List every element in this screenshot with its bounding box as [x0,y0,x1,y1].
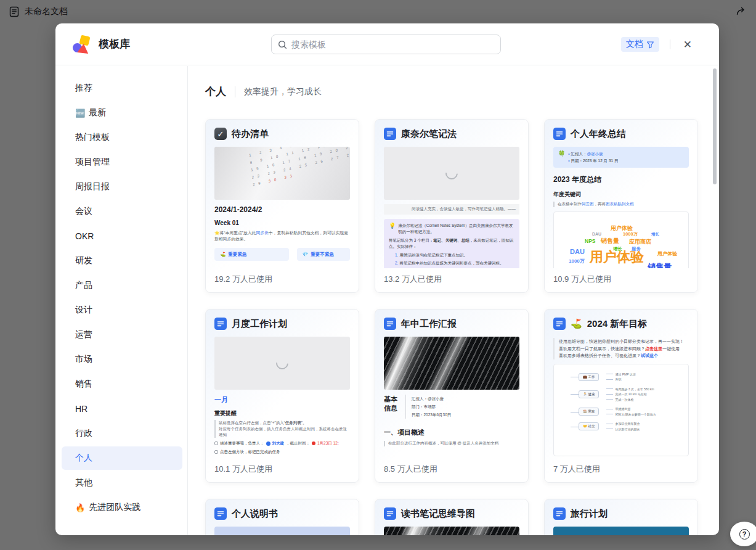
section-title: 个人 [205,84,226,99]
modal-body: 推荐🆕最新热门模板项目管理周报日报会议OKR研发产品设计运营市场销售HR行政个人… [55,66,719,535]
sidebar-item-design[interactable]: 设计 [62,298,182,322]
search-input[interactable] [291,39,494,49]
template-card-todo-list[interactable]: ✓ 待办清单 1 2 3 4 5 6 78 9 10 11 12 13 1415… [205,119,359,293]
template-card-personal-manual[interactable]: 个人说明书 [205,499,359,535]
template-card-year-end-summary[interactable]: 个人年终总结 🍀 •汇报人：@张小唐 •日期：2023 年 12 月 31 日 … [544,119,698,293]
card-preview [384,527,519,535]
card-title: 康奈尔笔记法 [401,128,457,140]
template-card-midyear-report[interactable]: 年中工作汇报 基本信息 汇报人：@张小唐部门：市场部日期：2023年6月30日 … [375,309,529,483]
mindmap-leaf: 升职 [606,377,636,382]
usage-count: 10.1 万人已使用 [214,458,350,475]
section-subtitle: 效率提升，学习成长 [244,86,322,97]
basic-info-line: 汇报人：@张小唐 [412,395,451,403]
template-card-new-year-goals[interactable]: ⛳ 2024 新年目标 使用思维导图，快速把你想到的小目标分类和记录，再一一实现… [544,309,698,483]
scrollbar-thumb[interactable] [713,68,717,184]
sidebar-item-label: 推荐 [75,83,92,94]
sidebar-item-newest[interactable]: 🆕最新 [62,101,182,125]
card-preview: 基本信息 汇报人：@张小唐部门：市场部日期：2023年6月30日 一、项目概述 … [384,337,519,458]
sidebar-item-other[interactable]: 其他 [62,471,182,495]
cloud-word: 销售量 [648,261,672,268]
loading-placeholder [384,147,519,200]
help-button[interactable]: ? [730,522,756,546]
sidebar-item-label: 最新 [89,107,106,118]
card-title: 待办清单 [232,128,269,140]
mindmap-node: 🏠 家庭 [579,408,599,416]
sidebar-item-operation[interactable]: 运营 [62,323,182,347]
doc-icon [384,128,396,140]
todo-item: 点击左侧方块，标记已完成的任务 [214,449,350,455]
doc-icon [214,318,227,330]
todo-checkbox-icon [214,450,218,454]
template-card-travel-plan[interactable]: 旅行计划 [544,499,698,535]
search-icon [278,40,287,49]
sidebar-item-label: 行政 [75,428,92,439]
usage-count: 19.2 万人已使用 [214,268,350,285]
sidebar-item-label: 运营 [75,329,92,340]
sidebar-item-product[interactable]: 产品 [62,274,182,297]
sidebar-item-label: HR [75,404,87,414]
sidebar-item-sales[interactable]: 销售 [62,372,182,396]
mindmap-leaf: 和家人/朋友去解锁一个新地方 [606,412,656,417]
pill-important-not-urgent: 💎重要不紧急 [297,248,350,261]
mindmap-leaf: 参加毕业周年聚会 [606,421,640,427]
doc-type-label: 文档 [626,39,643,50]
cloud-word: 增长 [613,246,622,252]
team-practice-emoji: 🔥 [75,503,85,512]
sidebar-item-personal[interactable]: 个人 [62,446,182,470]
cloud-word: DAU [570,248,585,255]
preview-callout: 🍀 •汇报人：@张小唐 •日期：2023 年 12 月 31 日 [553,147,689,168]
card-title: 年中工作汇报 [401,318,457,330]
loading-placeholder [214,337,350,390]
sidebar-item-team-practice[interactable]: 🔥先进团队实践 [62,496,182,519]
card-preview: 🍀 •汇报人：@张小唐 •日期：2023 年 12 月 31 日 2023 年度… [553,147,689,268]
sidebar-item-label: 市场 [75,354,92,365]
sidebar-item-hot[interactable]: 热门模板 [62,126,182,149]
calendar-photo: 1 2 3 4 5 6 78 9 10 11 12 13 1415 16 17 … [214,147,350,200]
cloud-word: 1000万 [623,231,638,237]
card-preview: 阅读使人充实，会谈使人敏捷，写作与笔记使人精确。—— 💡 康奈尔笔记法（Corn… [384,147,519,268]
mindmap-leaf: 完成一次 10 km 马拉松 [606,392,654,397]
modal-title: 模板库 [99,37,130,51]
sidebar-item-label: 热门模板 [75,132,110,143]
sidebar-item-okr[interactable]: OKR [62,224,182,248]
basic-info-label: 基本信息 [384,395,400,419]
cloud-word: 销售量 [601,237,619,245]
sidebar-item-project[interactable]: 项目管理 [62,150,182,174]
card-title: 个人年终总结 [571,128,626,140]
template-card-monthly-plan[interactable]: 月度工作计划 一月 重要提醒 鼠标悬浮在空白行左侧，点击“+”插入“任务列表”。… [205,309,359,483]
filter-icon [646,41,654,49]
question-icon: ? [739,529,750,540]
section-header: 个人 效率提升，学习成长 [205,84,322,99]
doc-type-filter[interactable]: 文档 [621,37,659,52]
mindmap-leaf: 认识新行业的朋友 [606,427,640,432]
close-icon[interactable]: ✕ [681,37,694,52]
cover-photo [384,337,519,390]
template-content: 个人 效率提升，学习成长 ✓ 待办清单 1 2 3 4 5 6 78 9 10 … [189,66,719,535]
sidebar-item-label: 先进团队实践 [89,502,140,513]
sidebar-item-meeting[interactable]: 会议 [62,200,182,223]
checkbox-icon: ✓ [214,128,227,140]
template-card-reading-notes-mindmap[interactable]: 读书笔记思维导图 [375,499,529,535]
card-preview: 使用思维导图，快速把你想到的小目标分类和记录，再一一实现！ 喜欢用文档一目了然展… [553,337,689,458]
preview-quote: 在此部分进行工作内容概述，可以使用 @ 提及人名并添加文档 [384,441,519,446]
bulb-emoji: 💡 [389,223,396,229]
sidebar-item-label: 会议 [75,206,92,217]
template-search[interactable] [271,35,501,54]
sidebar-item-market[interactable]: 市场 [62,348,182,371]
cloud-word: 服务 [632,246,641,252]
sidebar-item-weekly[interactable]: 周报日报 [62,175,182,199]
card-preview [553,527,689,535]
card-preview [214,527,350,535]
template-card-cornell-notes[interactable]: 康奈尔笔记法 阅读使人充实，会谈使人敏捷，写作与笔记使人精确。—— 💡 康奈尔笔… [375,119,529,293]
sidebar-item-admin[interactable]: 行政 [62,422,182,445]
mindmap-leaf: 每周跑步 3 次，全年 580 km [606,387,654,392]
sidebar-item-rnd[interactable]: 研发 [62,249,182,273]
card-title: 月度工作计划 [232,318,287,330]
sidebar-item-recommend[interactable]: 推荐 [62,76,182,100]
doc-icon [553,318,566,330]
clover-emoji: 🍀 [558,150,565,164]
card-preview: 1 2 3 4 5 6 78 9 10 11 12 13 1415 16 17 … [214,147,350,268]
doc-icon [384,507,396,520]
sidebar-item-hr[interactable]: HR [62,397,182,421]
mindmap-leaf: 通过 PMP 认证 [606,372,636,377]
